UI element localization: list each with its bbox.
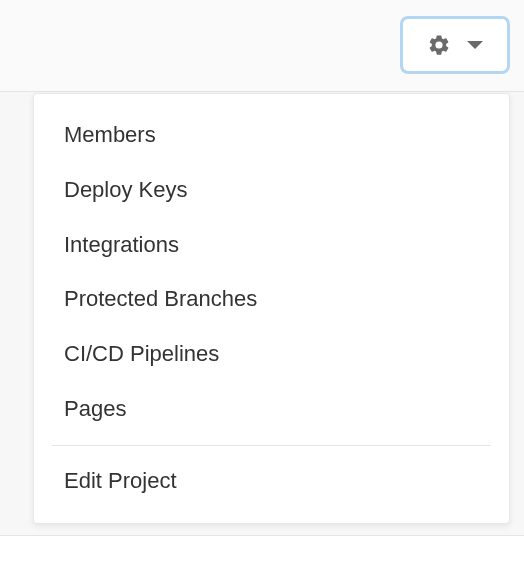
topbar (0, 0, 524, 92)
settings-dropdown-menu: Members Deploy Keys Integrations Protect… (33, 93, 510, 524)
settings-dropdown-trigger[interactable] (400, 16, 510, 74)
gear-icon (427, 33, 451, 57)
menu-item-integrations[interactable]: Integrations (34, 218, 509, 273)
menu-item-deploy-keys[interactable]: Deploy Keys (34, 163, 509, 218)
menu-item-edit-project[interactable]: Edit Project (34, 454, 509, 509)
menu-item-protected-branches[interactable]: Protected Branches (34, 272, 509, 327)
chevron-down-icon (467, 41, 483, 49)
menu-divider (52, 445, 491, 446)
menu-item-members[interactable]: Members (34, 108, 509, 163)
menu-item-pages[interactable]: Pages (34, 382, 509, 437)
menu-item-cicd-pipelines[interactable]: CI/CD Pipelines (34, 327, 509, 382)
